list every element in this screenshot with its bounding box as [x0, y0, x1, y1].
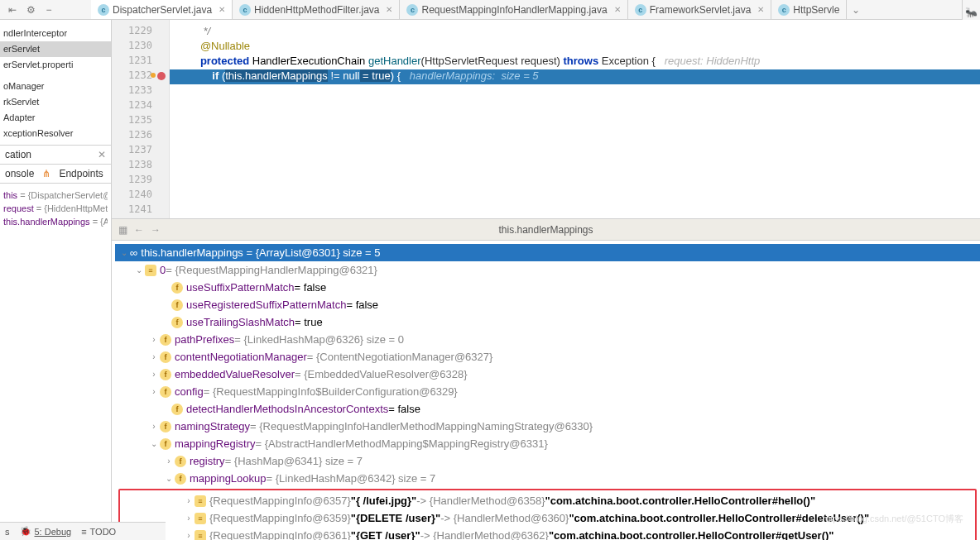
line-number[interactable]: 1230: [112, 40, 169, 55]
tab-label: HiddenHttpMethodFilter.java: [254, 4, 379, 16]
tree-row[interactable]: fpathPrefixes = {LinkedHashMap@6326} siz…: [115, 331, 980, 348]
line-number-breakpoint[interactable]: 1232: [112, 69, 169, 84]
tree-row[interactable]: fuseRegisteredSuffixPatternMatch = false: [115, 296, 980, 313]
history-icon[interactable]: ▦: [118, 224, 127, 236]
bottom-item-debug[interactable]: 🐞5: Debug: [20, 526, 72, 537]
tree-row[interactable]: fembeddedValueResolver = {EmbeddedValueR…: [115, 366, 980, 383]
line-number[interactable]: 1236: [112, 129, 169, 144]
line-number[interactable]: 1240: [112, 189, 169, 203]
line-number[interactable]: 1239: [112, 174, 169, 189]
tree-row-root[interactable]: ∞this.handlerMappings = {ArrayList@6301}…: [115, 244, 980, 261]
tree-row[interactable]: fmappingRegistry = {AbstractHandlerMetho…: [115, 435, 980, 452]
list-item[interactable]: [0, 20, 111, 26]
list-item[interactable]: erServlet: [0, 41, 111, 57]
tab-request-mapping[interactable]: cRequestMappingInfoHandlerMapping.java✕: [400, 0, 627, 19]
bottom-item-s[interactable]: s: [5, 527, 10, 537]
tree-row[interactable]: fcontentNegotiationManager = {ContentNeg…: [115, 348, 980, 366]
tab-hidden-http[interactable]: cHiddenHttpMethodFilter.java✕: [233, 0, 400, 19]
line-number[interactable]: 1231: [112, 55, 169, 69]
watermark: https://blog.csdn.net/@51CTO博客: [823, 513, 963, 525]
bottom-bar: s 🐞5: Debug ≡TODO: [0, 522, 166, 540]
endpoints-icon[interactable]: ⋔: [42, 168, 50, 179]
back-icon[interactable]: ←: [134, 224, 144, 236]
list-item[interactable]: Adapter: [0, 110, 111, 126]
field-icon: f: [175, 456, 186, 467]
field-icon: f: [171, 317, 183, 328]
editor: 1229 1230 1231 1232 1233 1234 1235 1236 …: [112, 20, 980, 540]
project-panel: ndlerInterceptor erServlet erServlet.pro…: [0, 20, 112, 540]
tree-row[interactable]: ≡0 = {RequestMappingHandlerMapping@6321}: [115, 261, 980, 279]
chevron-down-icon[interactable]: ⌄: [847, 4, 865, 16]
field-icon: f: [160, 351, 171, 363]
debug-tree[interactable]: ∞this.handlerMappings = {ArrayList@6301}…: [112, 241, 980, 540]
ant-icon[interactable]: 🐜: [965, 7, 978, 18]
tree-row[interactable]: fuseSuffixPatternMatch = false: [115, 279, 980, 296]
close-icon[interactable]: ✕: [382, 5, 392, 14]
list-item[interactable]: xceptionResolver: [0, 126, 111, 141]
field-icon: f: [171, 299, 183, 311]
tree-row-mapping[interactable]: ≡{RequestMappingInfo@6357} "{ /lufei.jpg…: [120, 492, 975, 509]
run-tab[interactable]: cation✕: [0, 146, 111, 165]
list-item[interactable]: ndlerInterceptor: [0, 26, 111, 41]
field-icon: f: [160, 421, 171, 432]
entry-icon: ≡: [195, 513, 206, 524]
tree-row[interactable]: fregistry = {HashMap@6341} size = 7: [115, 452, 980, 470]
class-icon: c: [239, 4, 251, 16]
field-icon: f: [160, 369, 171, 380]
tree-row[interactable]: fnamingStrategy = {RequestMappingInfoHan…: [115, 418, 980, 435]
tab-label: HttpServle: [793, 4, 839, 16]
console-label[interactable]: onsole: [5, 168, 34, 179]
element-icon: ≡: [145, 265, 156, 276]
class-icon: c: [635, 4, 646, 16]
list-item[interactable]: [0, 73, 111, 79]
tree-row[interactable]: fmappingLookup = {LinkedHashMap@6342} si…: [115, 470, 980, 487]
entry-icon: ≡: [195, 530, 206, 541]
bug-icon: 🐞: [20, 526, 31, 537]
variable-row[interactable]: this = {DispatcherServlet@6300}: [3, 189, 108, 202]
tree-row[interactable]: fuseTrailingSlashMatch = true: [115, 313, 980, 331]
debug-title: this.handlerMappings: [498, 224, 593, 236]
field-icon: f: [171, 404, 183, 415]
close-icon[interactable]: ✕: [754, 5, 764, 14]
line-number[interactable]: 1229: [112, 25, 169, 40]
line-number[interactable]: 1238: [112, 159, 169, 174]
field-icon: f: [160, 386, 171, 398]
class-icon: c: [98, 4, 109, 16]
bottom-item-todo[interactable]: ≡TODO: [81, 527, 116, 537]
todo-icon: ≡: [81, 527, 86, 537]
endpoints-label[interactable]: Endpoints: [59, 168, 103, 179]
code-lines[interactable]: */ @Nullable protected HandlerExecutionC…: [170, 20, 980, 218]
list-item[interactable]: erServlet.properti: [0, 57, 111, 73]
tab-http-servlet[interactable]: cHttpServle: [771, 0, 847, 19]
entry-icon: ≡: [195, 495, 206, 507]
line-number[interactable]: 1241: [112, 203, 169, 218]
editor-tabs: cDispatcherServlet.java✕ cHiddenHttpMeth…: [0, 0, 980, 20]
line-number[interactable]: 1233: [112, 84, 169, 99]
tab-framework-servlet[interactable]: cFrameworkServlet.java✕: [628, 0, 772, 19]
editor-toolbar: ⇤ ⚙ −: [0, 0, 83, 20]
gear-icon[interactable]: ⚙: [25, 4, 36, 16]
line-number[interactable]: 1234: [112, 99, 169, 114]
gutter: 1229 1230 1231 1232 1233 1234 1235 1236 …: [112, 20, 170, 218]
list-item[interactable]: rkServlet: [0, 94, 111, 110]
variable-row[interactable]: request = {HiddenHttpMethodFilt: [3, 202, 108, 215]
forward-icon[interactable]: →: [151, 224, 161, 236]
link-icon: ∞: [130, 246, 137, 259]
tree-row[interactable]: fdetectHandlerMethodsInAncestorContexts …: [115, 400, 980, 418]
variable-row[interactable]: this.handlerMappings = {ArrayList: [3, 215, 108, 228]
list-item[interactable]: oManager: [0, 79, 111, 94]
tab-label: cation: [5, 149, 31, 160]
close-icon[interactable]: ✕: [98, 149, 106, 160]
tree-row-mapping[interactable]: ≡{RequestMappingInfo@6361} "{GET /user}"…: [120, 527, 975, 540]
debug-panel: ▦ ← → this.handlerMappings ∞this.handler…: [112, 218, 980, 540]
variables-panel: this = {DispatcherServlet@6300} request …: [0, 184, 111, 233]
close-icon[interactable]: ✕: [611, 5, 621, 14]
collapse-icon[interactable]: ⇤: [7, 4, 18, 16]
line-number[interactable]: 1237: [112, 144, 169, 159]
field-icon: f: [160, 334, 171, 346]
close-icon[interactable]: ✕: [215, 5, 225, 14]
tab-dispatcher-servlet[interactable]: cDispatcherServlet.java✕: [91, 0, 233, 19]
tree-row[interactable]: fconfig = {RequestMappingInfo$BuilderCon…: [115, 383, 980, 400]
minus-icon[interactable]: −: [43, 4, 55, 16]
line-number[interactable]: 1235: [112, 114, 169, 129]
